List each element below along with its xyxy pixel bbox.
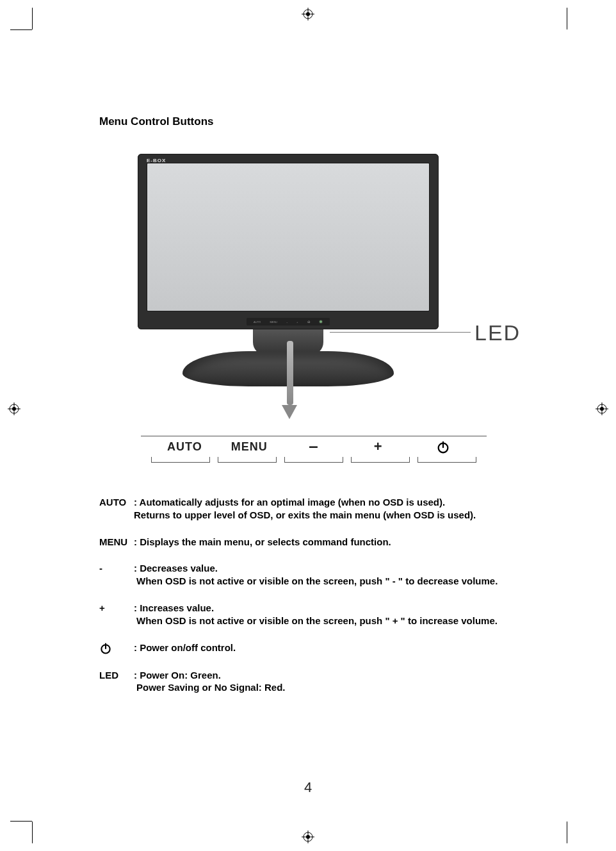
desc-key: MENU <box>99 536 134 549</box>
crop-mark <box>32 822 33 843</box>
power-icon <box>436 440 450 454</box>
desc-power: : Power on/off control. <box>99 641 509 655</box>
monitor-bezel: E-BOX AUTO MENU - + ⏻ <box>138 154 439 329</box>
button-row-diagram: AUTO MENU – + <box>141 436 487 463</box>
panel-btn-label: MENU <box>270 320 277 324</box>
desc-key-power <box>99 641 134 655</box>
section-title: Menu Control Buttons <box>99 115 509 128</box>
button-label-menu: MENU <box>217 440 282 454</box>
button-outline <box>151 457 210 463</box>
crop-mark <box>567 822 567 843</box>
callout-line <box>330 332 471 333</box>
monitor-illustration: E-BOX AUTO MENU - + ⏻ LED <box>138 154 496 474</box>
desc-text: : Increases value. When OSD is not activ… <box>134 602 509 627</box>
button-outline <box>417 457 476 463</box>
crop-mark <box>10 821 32 822</box>
registration-mark-icon <box>8 402 20 415</box>
desc-key: AUTO <box>99 496 134 522</box>
button-outline <box>284 457 343 463</box>
desc-minus: - : Decreases value. When OSD is not act… <box>99 562 509 588</box>
desc-plus: + : Increases value. When OSD is not act… <box>99 602 509 627</box>
content-area: Menu Control Buttons E-BOX AUTO MENU - +… <box>99 115 509 694</box>
page-number: 4 <box>0 779 616 796</box>
desc-key: LED <box>99 669 134 695</box>
crop-mark <box>32 8 33 29</box>
panel-btn-label: - <box>286 320 287 324</box>
button-label-minus: – <box>282 440 346 454</box>
power-icon <box>99 642 112 655</box>
desc-menu: MENU : Displays the main menu, or select… <box>99 536 509 549</box>
monitor-screen <box>147 163 430 311</box>
desc-text: : Power On: Green. Power Saving or No Si… <box>134 669 509 695</box>
brand-label: E-BOX <box>147 158 166 163</box>
registration-mark-icon <box>302 830 314 843</box>
registration-mark-icon <box>596 402 608 415</box>
button-outline <box>351 457 410 463</box>
crop-mark <box>567 8 567 29</box>
crop-mark <box>10 29 32 30</box>
led-callout-label: LED <box>474 320 521 345</box>
desc-text: : Automatically adjusts for an optimal i… <box>134 496 509 522</box>
led-indicator-icon <box>319 320 323 324</box>
panel-btn-label: ⏻ <box>307 320 310 324</box>
arrow-down-icon <box>286 341 294 418</box>
desc-key: - <box>99 562 134 588</box>
desc-text: : Power on/off control. <box>134 641 509 655</box>
manual-page: Menu Control Buttons E-BOX AUTO MENU - +… <box>0 0 616 851</box>
desc-key: + <box>99 602 134 627</box>
button-label-plus: + <box>346 440 410 454</box>
button-outline <box>218 457 277 463</box>
desc-text: : Displays the main menu, or selects com… <box>134 536 509 549</box>
desc-text: : Decreases value. When OSD is not activ… <box>134 562 509 588</box>
button-descriptions: AUTO : Automatically adjusts for an opti… <box>99 496 509 694</box>
desc-led: LED : Power On: Green. Power Saving or N… <box>99 669 509 695</box>
monitor-button-panel: AUTO MENU - + ⏻ <box>247 318 330 326</box>
panel-btn-label: AUTO <box>254 320 261 324</box>
button-label-auto: AUTO <box>152 440 217 454</box>
registration-mark-icon <box>302 8 314 21</box>
button-label-power <box>410 440 475 454</box>
desc-auto: AUTO : Automatically adjusts for an opti… <box>99 496 509 522</box>
panel-btn-label: + <box>296 320 298 324</box>
